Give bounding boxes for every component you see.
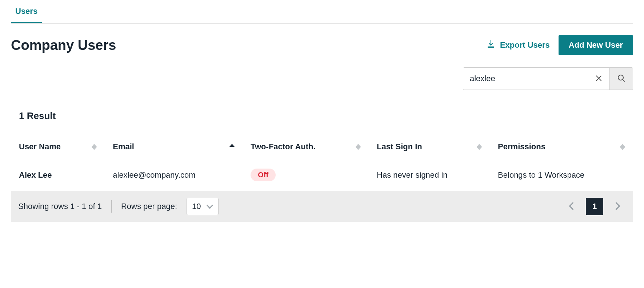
tabs-bar: Users xyxy=(11,0,633,24)
rows-per-page-label: Rows per page: xyxy=(121,202,177,211)
search-row xyxy=(11,67,633,90)
last-sign-in-cell: Has never signed in xyxy=(369,159,490,191)
sort-icon xyxy=(620,144,625,150)
search-input[interactable] xyxy=(463,68,589,90)
email-cell: alexlee@company.com xyxy=(105,159,243,191)
user-name-cell[interactable]: Alex Lee xyxy=(11,159,105,191)
search-box xyxy=(463,67,633,90)
sort-icon xyxy=(356,144,361,150)
rows-per-page-value: 10 xyxy=(192,202,201,211)
pager-page-current[interactable]: 1 xyxy=(586,198,603,215)
export-users-link[interactable]: Export Users xyxy=(486,39,550,51)
col-label: Email xyxy=(113,142,134,151)
result-count: 1 Result xyxy=(11,110,633,122)
col-label: Permissions xyxy=(498,142,545,151)
download-icon xyxy=(486,39,496,51)
tfa-cell: Off xyxy=(243,159,369,191)
chevron-left-icon xyxy=(568,202,574,211)
col-label: Last Sign In xyxy=(377,142,422,151)
rows-per-page-select[interactable]: 10 xyxy=(187,198,219,215)
tab-users[interactable]: Users xyxy=(11,7,42,23)
col-header-last-sign-in[interactable]: Last Sign In xyxy=(369,135,490,159)
users-table: User Name Email Two- xyxy=(11,135,633,191)
col-header-email[interactable]: Email xyxy=(105,135,243,159)
pager-prev-button[interactable] xyxy=(563,198,579,214)
close-icon xyxy=(595,74,604,84)
status-badge: Off xyxy=(251,169,276,181)
export-users-label: Export Users xyxy=(500,40,550,50)
footer-left: Showing rows 1 - 1 of 1 Rows per page: 1… xyxy=(18,198,219,215)
add-new-user-button[interactable]: Add New User xyxy=(559,35,633,55)
search-icon xyxy=(617,74,626,84)
showing-text: Showing rows 1 - 1 of 1 xyxy=(18,202,102,211)
col-label: User Name xyxy=(19,142,61,151)
col-header-user-name[interactable]: User Name xyxy=(11,135,105,159)
sort-icon xyxy=(92,144,97,150)
col-header-permissions[interactable]: Permissions xyxy=(490,135,633,159)
chevron-down-icon xyxy=(207,202,213,211)
page-title: Company Users xyxy=(11,38,116,53)
chevron-right-icon xyxy=(615,202,621,211)
table-footer: Showing rows 1 - 1 of 1 Rows per page: 1… xyxy=(11,191,633,222)
divider xyxy=(111,200,112,213)
table-row: Alex Lee alexlee@company.com Off Has nev… xyxy=(11,159,633,191)
col-label: Two-Factor Auth. xyxy=(251,142,315,151)
sort-icon xyxy=(477,144,482,150)
header-row: Company Users Export Users Add New User xyxy=(11,35,633,55)
clear-search-button[interactable] xyxy=(589,68,609,90)
header-actions: Export Users Add New User xyxy=(486,35,633,55)
pager: 1 xyxy=(563,198,626,215)
permissions-cell: Belongs to 1 Workspace xyxy=(490,159,633,191)
search-button[interactable] xyxy=(609,68,633,90)
col-header-tfa[interactable]: Two-Factor Auth. xyxy=(243,135,369,159)
sort-icon xyxy=(229,144,235,150)
pager-next-button[interactable] xyxy=(610,198,626,214)
